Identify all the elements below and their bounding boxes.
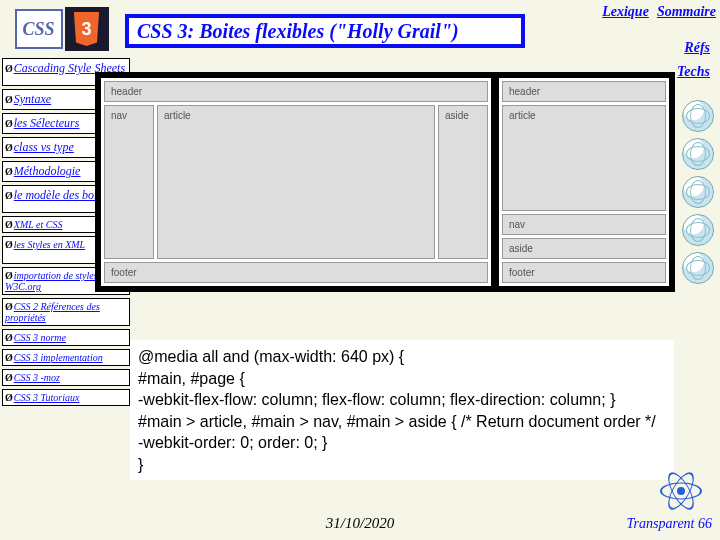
- slide-number: Transparent 66: [627, 516, 712, 532]
- layout-nav: nav: [502, 214, 666, 235]
- layout-aside: aside: [502, 238, 666, 259]
- layout-nav: nav: [104, 105, 154, 259]
- globe-icon[interactable]: [682, 138, 714, 170]
- refs-link[interactable]: Réfs: [684, 40, 710, 56]
- layout-footer: footer: [502, 262, 666, 283]
- techs-link[interactable]: Techs: [677, 64, 710, 80]
- sidebar-item[interactable]: ØCSS 3 norme: [2, 329, 130, 346]
- atom-icon: [660, 470, 702, 512]
- sommaire-link[interactable]: Sommaire: [653, 2, 720, 22]
- sidebar-item[interactable]: ØCSS 3 -moz: [2, 369, 130, 386]
- code-line: -webkit-order: 0; order: 0; }: [138, 432, 666, 454]
- layout-wide: header nav article aside footer: [101, 78, 491, 286]
- layout-header: header: [502, 81, 666, 102]
- globe-icon[interactable]: [682, 252, 714, 284]
- layout-footer: footer: [104, 262, 488, 283]
- sidebar-item[interactable]: ØCSS 3 implementation: [2, 349, 130, 366]
- css-logo: CSS: [15, 9, 63, 49]
- code-line: @media all and (max-width: 640 px) {: [138, 346, 666, 368]
- globe-icon[interactable]: [682, 176, 714, 208]
- css3-shield-logo: 3: [65, 7, 109, 51]
- flexbox-diagram: header nav article aside footer header a…: [95, 72, 675, 292]
- layout-header: header: [104, 81, 488, 102]
- code-line: #main > article, #main > nav, #main > as…: [138, 411, 666, 433]
- top-nav: Lexique Sommaire: [598, 2, 720, 22]
- code-line: }: [138, 454, 666, 476]
- lexique-link[interactable]: Lexique: [598, 2, 653, 22]
- layout-article: article: [157, 105, 435, 259]
- layout-narrow: header article nav aside footer: [499, 78, 669, 286]
- shield-icon: 3: [72, 12, 102, 46]
- globe-icon[interactable]: [682, 100, 714, 132]
- globe-icons: [682, 100, 714, 284]
- code-line: #main, #page {: [138, 368, 666, 390]
- page-title: CSS 3: Boites flexibles ("Holly Grail"): [125, 14, 525, 48]
- globe-icon[interactable]: [682, 214, 714, 246]
- footer-date: 31/10/2020: [0, 515, 720, 532]
- code-line: -webkit-flex-flow: column; flex-flow: co…: [138, 389, 666, 411]
- layout-article: article: [502, 105, 666, 211]
- sidebar-item[interactable]: ØCSS 3 Tutoriaux: [2, 389, 130, 406]
- sidebar-item[interactable]: ØCSS 2 Références des propriétés: [2, 298, 130, 326]
- code-snippet: @media all and (max-width: 640 px) { #ma…: [130, 340, 674, 480]
- logo-area: CSS 3: [4, 4, 119, 54]
- layout-aside: aside: [438, 105, 488, 259]
